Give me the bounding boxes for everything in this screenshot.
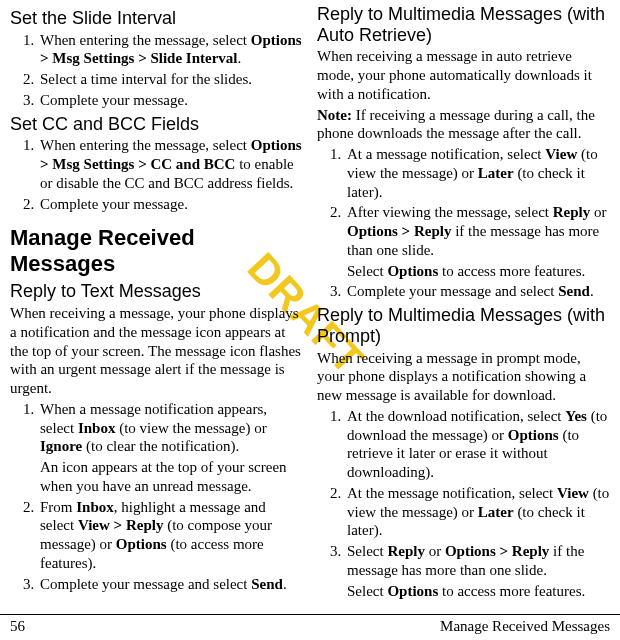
heading-reply-mm-auto: Reply to Multimedia Messages (with Auto … [317,4,610,45]
heading-slide-interval: Set the Slide Interval [10,8,303,29]
paragraph: When receiving a message in auto retriev… [317,47,610,103]
list-item: At the download notification, select Yes… [345,407,610,482]
text: When entering the message, select [40,137,251,153]
text: After viewing the message, select [347,204,553,220]
list-item: At a message notification, select View (… [345,145,610,201]
bold-text: Inbox [78,420,116,436]
list-item: From Inbox, highlight a message and sele… [38,498,303,573]
bold-text: Send [251,576,283,592]
text: . [238,50,242,66]
heading-reply-text: Reply to Text Messages [10,281,303,302]
list-item: Select a time interval for the slides. [38,70,303,89]
heading-manage-received: Manage Received Messages [10,225,303,277]
list-reply-text: When a message notification appears, sel… [10,400,303,594]
paragraph: When receiving a message, your phone dis… [10,304,303,398]
page-columns: Set the Slide Interval When entering the… [10,4,610,604]
list-item: Select Reply or Options > Reply if the m… [345,542,610,600]
text: . [590,283,594,299]
list-item: When a message notification appears, sel… [38,400,303,496]
note-label: Note: [317,107,352,123]
bold-text: Options [508,427,559,443]
page-number: 56 [10,618,25,635]
sub-text: Select Options to access more features. [347,262,610,281]
list-item: At the message notification, select View… [345,484,610,540]
list-item: Complete your message. [38,195,303,214]
bold-text: Options [116,536,167,552]
list-slide-interval: When entering the message, select Option… [10,31,303,110]
paragraph: When receiving a message in prompt mode,… [317,349,610,405]
text: Select [347,583,387,599]
bold-text: View > Reply [78,517,163,533]
text: or [590,204,606,220]
text: Complete your message and select [347,283,558,299]
text: Select [347,543,387,559]
list-cc-bcc: When entering the message, select Option… [10,136,303,213]
list-item: Complete your message and select Send. [38,575,303,594]
list-item: Complete your message. [38,91,303,110]
list-item: After viewing the message, select Reply … [345,203,610,280]
heading-cc-bcc: Set CC and BCC Fields [10,114,303,135]
text: to access more features. [438,583,585,599]
text: At the message notification, select [347,485,557,501]
bold-text: Later [478,165,514,181]
bold-text: Reply [387,543,425,559]
bold-text: Inbox [76,499,114,515]
text: At the download notification, select [347,408,565,424]
bold-text: Options [387,583,438,599]
text: If receiving a message during a call, th… [317,107,595,142]
text: When entering the message, select [40,32,251,48]
bold-text: Ignore [40,438,82,454]
list-item: When entering the message, select Option… [38,31,303,69]
bold-text: Options > Reply [445,543,549,559]
bold-text: Later [478,504,514,520]
sub-text: An icon appears at the top of your scree… [40,458,303,496]
text: Complete your message and select [40,576,251,592]
text: (to view the message) or [115,420,266,436]
bold-text: Options [387,263,438,279]
note-paragraph: Note: If receiving a message during a ca… [317,106,610,144]
text: (to clear the notification). [82,438,239,454]
footer-section-title: Manage Received Messages [440,618,610,635]
bold-text: Reply [553,204,591,220]
bold-text: Send [558,283,590,299]
bold-text: Options > Reply [347,223,451,239]
heading-reply-mm-prompt: Reply to Multimedia Messages (with Promp… [317,305,610,346]
text: From [40,499,76,515]
text: to access more features. [438,263,585,279]
text: At a message notification, select [347,146,545,162]
text: . [283,576,287,592]
list-item: Complete your message and select Send. [345,282,610,301]
sub-text: Select Options to access more features. [347,582,610,601]
text: or [425,543,445,559]
list-reply-mm-auto: At a message notification, select View (… [317,145,610,301]
text: Select [347,263,387,279]
page-footer: 56 Manage Received Messages [0,614,620,640]
bold-text: View [557,485,589,501]
list-item: When entering the message, select Option… [38,136,303,192]
bold-text: Yes [565,408,587,424]
bold-text: View [545,146,577,162]
